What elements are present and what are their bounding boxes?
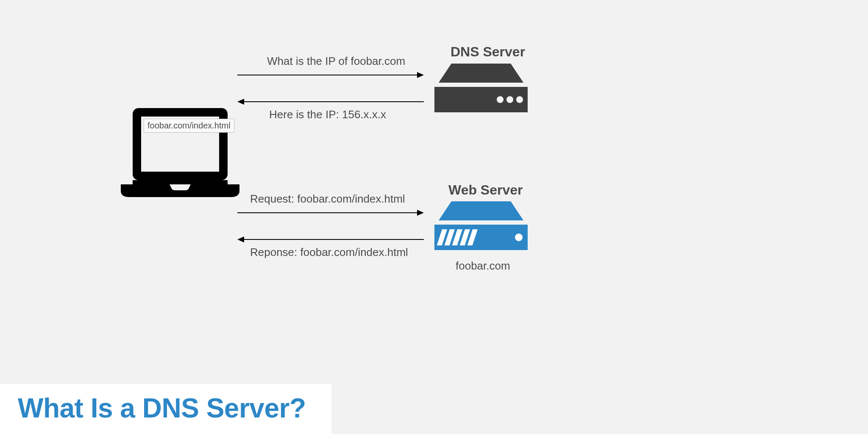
arrow-right-web — [237, 209, 424, 217]
svg-marker-8 — [439, 201, 523, 220]
dns-server-icon — [434, 64, 528, 119]
web-request-label: Request: foobar.com/index.html — [250, 192, 405, 206]
svg-marker-21 — [417, 210, 424, 216]
dns-server-label: DNS Server — [451, 44, 525, 60]
web-server-label: Web Server — [448, 182, 523, 198]
svg-rect-4 — [434, 87, 528, 112]
dns-request-label: What is the IP of foobar.com — [267, 55, 405, 68]
web-server-caption: foobar.com — [456, 259, 510, 273]
svg-marker-3 — [439, 64, 523, 83]
web-server-icon — [434, 201, 528, 256]
dns-response-label: Here is the IP: 156.x.x.x — [269, 108, 386, 121]
arrow-right-dns — [237, 71, 424, 79]
svg-point-15 — [515, 234, 523, 241]
svg-point-6 — [506, 96, 513, 103]
page-title: What Is a DNS Server? — [18, 392, 306, 424]
title-bar: What Is a DNS Server? — [0, 384, 331, 434]
svg-point-7 — [516, 96, 523, 103]
arrow-left-dns — [237, 97, 424, 106]
svg-marker-19 — [237, 99, 244, 105]
laptop-url-text: foobar.com/index.html — [147, 121, 231, 130]
web-response-label: Reponse: foobar.com/index.html — [250, 246, 408, 259]
diagram-canvas: foobar.com/index.html DNS Server Web S — [0, 0, 868, 434]
svg-marker-23 — [237, 236, 244, 242]
arrow-left-web — [237, 235, 424, 244]
laptop-url-bar: foobar.com/index.html — [144, 119, 234, 133]
svg-marker-17 — [417, 72, 424, 78]
svg-point-5 — [497, 96, 504, 103]
